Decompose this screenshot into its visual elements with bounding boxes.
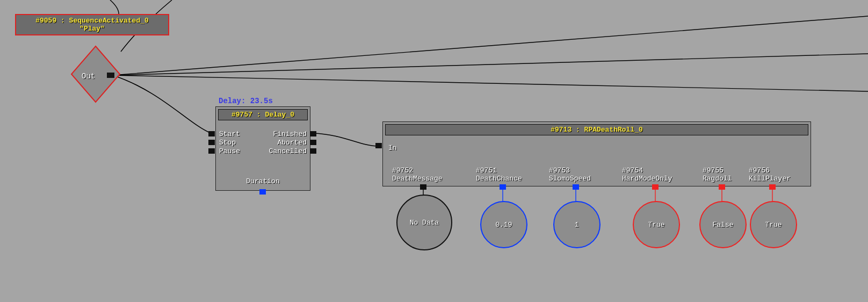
param-0-name: DeathMessage <box>392 175 443 183</box>
delay-pin-start[interactable] <box>208 131 215 136</box>
param-pin-1[interactable] <box>500 184 506 190</box>
param-value-2: 1 <box>575 221 579 229</box>
param-3-labels: #9754 HardModeOnly <box>622 167 672 183</box>
delay-pin-finished[interactable] <box>310 131 316 136</box>
deathroll-node[interactable]: #9713 : RPADeathRoll_0 In <box>382 121 811 186</box>
param-pin-2[interactable] <box>573 184 579 190</box>
sequence-title-line2: "Play" <box>16 25 168 33</box>
param-5-name: KillPlayer <box>749 175 791 183</box>
delay-caption: Delay: 23.5s <box>219 97 273 105</box>
param-1-name: DeathChance <box>476 175 522 183</box>
param-4-labels: #9755 Ragdoll <box>703 167 732 183</box>
sequence-node-title[interactable]: #9059 : SequenceActivated_0 "Play" <box>15 14 169 35</box>
param-1-id: #9751 <box>476 167 522 175</box>
delay-left-2: Pause <box>219 147 240 156</box>
sequence-title-line1: #9059 : SequenceActivated_0 <box>16 17 168 25</box>
delay-node[interactable]: #9757 : Delay_0 Start Finished Stop Abor… <box>215 106 310 191</box>
delay-row-1: Stop Aborted <box>216 139 310 147</box>
param-4-id: #9755 <box>703 167 732 175</box>
param-value-4: False <box>712 221 733 229</box>
sequence-out-diamond[interactable] <box>63 42 128 106</box>
param-bubble-2[interactable]: 1 <box>553 201 601 248</box>
param-2-id: #9753 <box>549 167 591 175</box>
svg-line-0 <box>113 16 868 75</box>
delay-left-0: Start <box>219 130 240 139</box>
delay-node-title: #9757 : Delay_0 <box>218 109 308 120</box>
delay-pin-duration[interactable] <box>259 189 266 195</box>
param-pin-4[interactable] <box>719 184 725 190</box>
param-bubble-0[interactable]: No Data <box>396 195 452 250</box>
param-3-name: HardModeOnly <box>622 175 672 183</box>
delay-pin-pause[interactable] <box>208 148 215 154</box>
deathroll-pin-in[interactable] <box>375 143 382 148</box>
param-5-id: #9756 <box>749 167 791 175</box>
out-label: Out <box>82 72 95 81</box>
param-pin-0[interactable] <box>420 184 426 190</box>
delay-pin-stop[interactable] <box>208 140 215 145</box>
param-bubble-1[interactable]: 0.19 <box>480 201 527 248</box>
delay-left-1: Stop <box>219 139 236 147</box>
param-2-name: SlomoSpeed <box>549 175 591 183</box>
delay-duration-label: Duration <box>216 177 310 185</box>
svg-line-1 <box>113 54 868 75</box>
param-1-labels: #9751 DeathChance <box>476 167 522 183</box>
param-value-0: No Data <box>410 219 439 227</box>
param-bubble-5[interactable]: True <box>750 201 797 248</box>
deathroll-node-title: #9713 : RPADeathRoll_0 <box>385 124 808 135</box>
param-2-labels: #9753 SlomoSpeed <box>549 167 591 183</box>
param-pin-3[interactable] <box>652 184 659 190</box>
param-3-id: #9754 <box>622 167 672 175</box>
deathroll-in-label: In <box>383 144 811 152</box>
param-0-labels: #9752 DeathMessage <box>392 167 443 183</box>
param-value-1: 0.19 <box>495 221 512 229</box>
delay-right-2: Cancelled <box>269 147 307 156</box>
param-bubble-4[interactable]: False <box>699 201 747 248</box>
param-value-5: True <box>765 221 782 229</box>
delay-row-0: Start Finished <box>216 130 310 139</box>
param-4-name: Ragdoll <box>703 175 732 183</box>
param-5-labels: #9756 KillPlayer <box>749 167 791 183</box>
param-0-id: #9752 <box>392 167 443 175</box>
param-value-3: True <box>648 221 664 229</box>
delay-pin-cancelled[interactable] <box>310 148 316 154</box>
delay-right-1: Aborted <box>277 139 307 147</box>
param-bubble-3[interactable]: True <box>633 201 680 248</box>
graph-canvas[interactable]: { "sequence": { "title_line1": "#9059 : … <box>0 0 868 302</box>
out-port[interactable] <box>107 73 114 78</box>
svg-line-2 <box>113 75 868 91</box>
delay-row-2: Pause Cancelled <box>216 147 310 156</box>
delay-right-0: Finished <box>273 130 307 139</box>
delay-pin-aborted[interactable] <box>310 140 316 145</box>
param-pin-5[interactable] <box>769 184 776 190</box>
